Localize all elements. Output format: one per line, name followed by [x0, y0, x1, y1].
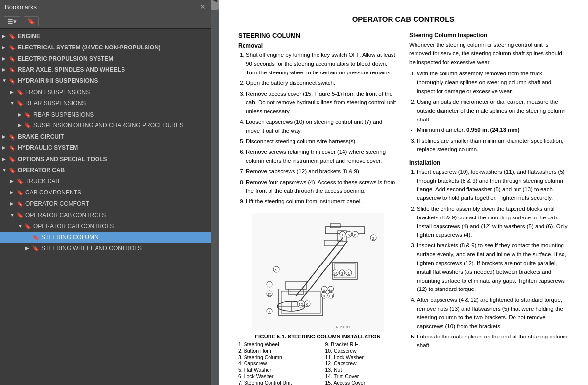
sidebar-item-operator-cab-controls-child[interactable]: 🔖OPERATOR CAB CONTROLS [0, 221, 211, 232]
removal-step-6: Remove screws retaining trim cover (14) … [246, 148, 397, 166]
arrow-icon [25, 245, 32, 252]
inspection-step3: If splines are smaller than minimum diam… [417, 138, 563, 152]
sidebar-item-hydrair[interactable]: 🔖HYDRAIR® II SUSPENSIONS [0, 75, 211, 87]
bookmark-icon: 🔖 [17, 200, 24, 208]
sidebar-item-label: FRONT SUSPENSIONS [25, 88, 209, 96]
sidebar-item-operator-cab-controls-parent[interactable]: 🔖OPERATOR CAB CONTROLS [0, 210, 211, 221]
sidebar-item-operator-comfort[interactable]: 🔖OPERATOR COMFORT [0, 198, 211, 210]
arrow-icon [2, 133, 9, 140]
bookmark-icon: 🔖 [32, 234, 39, 241]
removal-label: Removal [238, 42, 397, 49]
figure-legend: 1. Steering Wheel2. Button Horn3. Steeri… [238, 341, 397, 385]
legend-item-right-6: 14. Trim Cover [325, 373, 398, 379]
arrow-icon [2, 156, 9, 163]
sidebar-item-rear-suspensions-child[interactable]: 🔖REAR SUSPENSIONS [0, 109, 211, 120]
installation-steps-list: Insert capscrew (10), lockwashers (11), … [417, 168, 568, 350]
svg-text:12: 12 [298, 302, 303, 307]
legend-item-right-4: 12. Capscrew [325, 361, 398, 366]
inspection-intro: Whenever the steering column or steering… [409, 41, 568, 67]
sidebar-item-label: OPTIONS AND SPECIAL TOOLS [18, 155, 209, 164]
installation-title: Installation [409, 159, 568, 166]
sidebar-item-label: OPERATOR CAB CONTROLS [25, 211, 209, 219]
svg-text:2: 2 [372, 236, 374, 241]
section-title-steering: STEERING COLUMN [238, 32, 397, 39]
sidebar-item-cab-components[interactable]: 🔖CAB COMPONENTS [0, 187, 211, 198]
bookmark-icon: 🔖 [9, 144, 16, 152]
min-diameter-label: Minimum diameter: [417, 127, 465, 133]
arrow-icon [18, 122, 24, 129]
bookmark-icon: 🔖 [17, 89, 24, 96]
arrow-icon [10, 178, 17, 185]
legend-item-left-7: 7. Steering Control Unit [238, 380, 311, 385]
sidebar-item-label: OPERATOR CAB [18, 167, 209, 175]
arrow-icon [10, 100, 17, 107]
installation-step-3: Inspect brackets (8 & 9) to see if they … [417, 241, 568, 294]
arrow-icon [10, 89, 17, 96]
close-icon[interactable]: ✕ [200, 3, 206, 11]
figure-caption: FIGURE 5-1. STEERING COLUMN INSTALLATION [238, 334, 397, 339]
sidebar-header: Bookmarks ✕ [0, 0, 211, 14]
bookmark-icon: 🔖 [24, 223, 31, 230]
sidebar-title: Bookmarks [5, 3, 37, 11]
bookmark-icon: 🔖 [9, 167, 16, 174]
removal-step-4: Loosen capscrews (10) on steering contro… [246, 118, 397, 136]
removal-step-1: Shut off engine by turning the key switc… [246, 51, 397, 77]
sidebar: Bookmarks ✕ ☰▾ 🔖 🔖ENGINE🔖ELECTRICAL SYST… [0, 0, 211, 385]
sidebar-item-label: ELECTRICAL SYSTEM (24VDC NON-PROPULSION) [18, 44, 209, 52]
arrow-icon [2, 167, 9, 174]
sidebar-item-electrical[interactable]: 🔖ELECTRICAL SYSTEM (24VDC NON-PROPULSION… [0, 42, 211, 53]
svg-text:8: 8 [268, 283, 270, 287]
arrow-icon [10, 200, 17, 207]
sidebar-item-steering-wheel-controls[interactable]: 🔖STEERING WHEEL AND CONTROLS [0, 243, 211, 254]
sidebar-item-steering-column[interactable]: 🔖STEERING COLUMN [0, 232, 211, 243]
sidebar-item-options-special[interactable]: 🔖OPTIONS AND SPECIAL TOOLS [0, 154, 211, 165]
legend-item-right-1: 9. Bracket R.H. [325, 341, 398, 347]
legend-item-left-6: 6. Lock Washer [238, 373, 311, 379]
sidebar-item-engine[interactable]: 🔖ENGINE [0, 31, 211, 42]
sidebar-toolbar: ☰▾ 🔖 [0, 14, 211, 29]
sidebar-item-front-suspensions[interactable]: 🔖FRONT SUSPENSIONS [0, 87, 211, 98]
svg-text:N050189: N050189 [336, 325, 350, 329]
sidebar-item-label: REAR AXLE, SPINDLES AND WHEELS [18, 66, 209, 74]
legend-item-right-5: 13. Nut [325, 367, 398, 373]
removal-step-5: Disconnect steering column wire harness(… [246, 137, 397, 146]
sidebar-item-rear-axle[interactable]: 🔖REAR AXLE, SPINDLES AND WHEELS [0, 64, 211, 75]
sidebar-item-rear-suspensions-parent[interactable]: 🔖REAR SUSPENSIONS [0, 98, 211, 109]
legend-item-right-3: 11. Lock Washer [325, 354, 398, 360]
removal-step-2: Open the battery disconnect switch. [246, 79, 397, 88]
bookmark-icon: 🔖 [17, 100, 24, 107]
arrow-icon [10, 212, 17, 218]
min-diameter-value: 0.950 in. (24.13 mm) [466, 127, 520, 133]
bookmark-icon: 🔖 [9, 33, 16, 40]
sidebar-item-truck-cab[interactable]: 🔖TRUCK CAB [0, 176, 211, 187]
arrow-icon [18, 223, 24, 230]
legend-item-left-1: 1. Steering Wheel [238, 341, 311, 347]
sidebar-item-label: TRUCK CAB [25, 177, 209, 186]
figure-container: 4 5 6 2 9 8 [238, 213, 397, 331]
removal-step-9: Lift the steering column from instrument… [246, 197, 397, 206]
sidebar-item-label: SUSPENSION OILING AND CHARGING PROCEDURE… [33, 121, 209, 130]
collapse-panel-button[interactable]: ◀ [211, 0, 219, 10]
sidebar-item-suspension-oiling[interactable]: 🔖SUSPENSION OILING AND CHARGING PROCEDUR… [0, 120, 211, 131]
sidebar-item-label: ELECTRIC PROPULSION SYSTEM [18, 55, 209, 63]
sidebar-item-electric-propulsion[interactable]: 🔖ELECTRIC PROPULSION SYSTEM [0, 53, 211, 65]
sidebar-item-label: STEERING COLUMN [41, 233, 209, 241]
sidebar-item-brake-circuit[interactable]: 🔖BRAKE CIRCUIT [0, 131, 211, 143]
sidebar-item-label: HYDRAIR® II SUSPENSIONS [18, 77, 209, 85]
legend-item-left-4: 4. Capscrew [238, 361, 311, 366]
inspection-step-2: Using an outside micrometer or dial cali… [417, 98, 568, 124]
arrow-icon [2, 33, 9, 40]
sidebar-item-label: ENGINE [18, 32, 209, 41]
inspection-title: Steering Column Inspection [409, 32, 568, 39]
sidebar-item-operator-cab[interactable]: 🔖OPERATOR CAB [0, 165, 211, 176]
svg-text:1: 1 [347, 271, 350, 276]
sidebar-item-label: OPERATOR CAB CONTROLS [33, 222, 209, 231]
bookmark-icon: 🔖 [17, 189, 24, 196]
toolbar-menu-btn[interactable]: ☰▾ [4, 16, 20, 26]
sidebar-item-hydraulic-system[interactable]: 🔖HYDRAULIC SYSTEM [0, 143, 211, 154]
inspection-step3-list: If splines are smaller than minimum diam… [417, 137, 568, 154]
svg-text:14: 14 [333, 271, 337, 276]
toolbar-bookmark-btn[interactable]: 🔖 [24, 16, 39, 26]
svg-text:15: 15 [267, 292, 271, 297]
removal-step-3: Remove access cover (15, Figure 5-1) fro… [246, 90, 397, 116]
